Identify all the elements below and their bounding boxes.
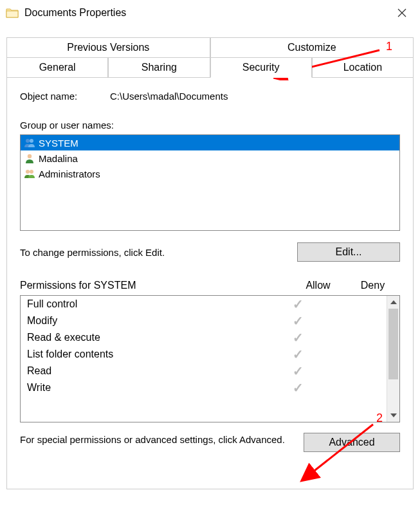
- scrollbar[interactable]: [387, 296, 399, 422]
- tab-content: Object name: C:\Users\madal\Documents Gr…: [6, 78, 414, 489]
- titlebar: Documents Properties: [0, 0, 420, 26]
- check-icon: ✓: [271, 314, 325, 327]
- perm-name: Write: [27, 382, 271, 394]
- advanced-hint: For special permissions or advanced sett…: [20, 433, 304, 446]
- user-icon: [23, 152, 36, 164]
- check-icon: ✓: [271, 348, 325, 361]
- scroll-down-arrow[interactable]: [387, 409, 399, 422]
- permissions-list[interactable]: Full control ✓ Modify ✓ Read & execute ✓…: [21, 296, 387, 422]
- svg-point-3: [26, 139, 30, 143]
- check-icon: ✓: [271, 381, 325, 394]
- advanced-row: For special permissions or advanced sett…: [20, 433, 400, 452]
- perm-row-list-folder[interactable]: List folder contents ✓: [21, 346, 387, 363]
- window-title: Documents Properties: [24, 7, 126, 19]
- tab-security[interactable]: Security: [210, 57, 312, 78]
- object-name-value: C:\Users\madal\Documents: [110, 91, 228, 102]
- groups-listbox[interactable]: SYSTEM Madalina: [20, 134, 400, 231]
- svg-point-6: [26, 170, 30, 174]
- object-name-label: Object name:: [20, 91, 110, 102]
- list-item-madalina[interactable]: Madalina: [21, 150, 399, 166]
- svg-rect-0: [6, 11, 18, 17]
- permissions-header: Permissions for SYSTEM Allow Deny: [20, 280, 400, 291]
- svg-point-5: [28, 154, 32, 158]
- tab-customize[interactable]: Customize: [210, 37, 414, 58]
- perm-row-full-control[interactable]: Full control ✓: [21, 296, 387, 313]
- list-item-label: SYSTEM: [39, 138, 78, 149]
- properties-dialog: Documents Properties Previous Versions C…: [0, 0, 420, 508]
- check-icon: ✓: [271, 298, 325, 311]
- tab-previous-versions[interactable]: Previous Versions: [6, 37, 210, 58]
- check-icon: ✓: [271, 331, 325, 344]
- perm-name: Modify: [27, 315, 271, 327]
- advanced-button[interactable]: Advanced: [304, 433, 400, 452]
- svg-point-7: [30, 170, 33, 174]
- list-item-label: Madalina: [39, 153, 78, 164]
- perm-row-modify[interactable]: Modify ✓: [21, 313, 387, 329]
- allow-column-label: Allow: [291, 280, 345, 291]
- permissions-listbox: Full control ✓ Modify ✓ Read & execute ✓…: [20, 295, 400, 422]
- permissions-title: Permissions for SYSTEM: [20, 280, 291, 291]
- svg-point-4: [30, 139, 33, 143]
- perm-name: Read & execute: [27, 332, 271, 343]
- users-icon: [23, 137, 36, 149]
- folder-icon: [5, 6, 19, 20]
- scroll-up-arrow[interactable]: [387, 296, 399, 309]
- deny-column-label: Deny: [345, 280, 400, 291]
- tab-strip: Previous Versions Customize General Shar…: [6, 37, 414, 78]
- perm-name: List folder contents: [27, 349, 271, 360]
- object-name-row: Object name: C:\Users\madal\Documents: [20, 91, 400, 102]
- edit-hint: To change permissions, click Edit.: [20, 247, 297, 258]
- groups-label: Group or user names:: [20, 120, 400, 131]
- perm-row-read-execute[interactable]: Read & execute ✓: [21, 329, 387, 346]
- list-item-administrators[interactable]: Administrators: [21, 166, 399, 181]
- list-item-label: Administrators: [39, 168, 100, 179]
- scroll-track[interactable]: [387, 309, 399, 409]
- perm-name: Read: [27, 365, 271, 377]
- perm-name: Full control: [27, 298, 271, 310]
- perm-row-read[interactable]: Read ✓: [21, 363, 387, 379]
- scroll-thumb[interactable]: [388, 309, 398, 379]
- tab-location[interactable]: Location: [312, 57, 414, 78]
- check-icon: ✓: [271, 365, 325, 377]
- edit-button[interactable]: Edit...: [297, 242, 400, 262]
- list-item-system[interactable]: SYSTEM: [21, 135, 399, 150]
- users-icon: [23, 168, 36, 179]
- perm-row-write[interactable]: Write ✓: [21, 379, 387, 396]
- tab-sharing[interactable]: Sharing: [108, 57, 210, 78]
- tab-general[interactable]: General: [6, 57, 108, 78]
- close-button[interactable]: [389, 3, 415, 23]
- edit-row: To change permissions, click Edit. Edit.…: [20, 242, 400, 262]
